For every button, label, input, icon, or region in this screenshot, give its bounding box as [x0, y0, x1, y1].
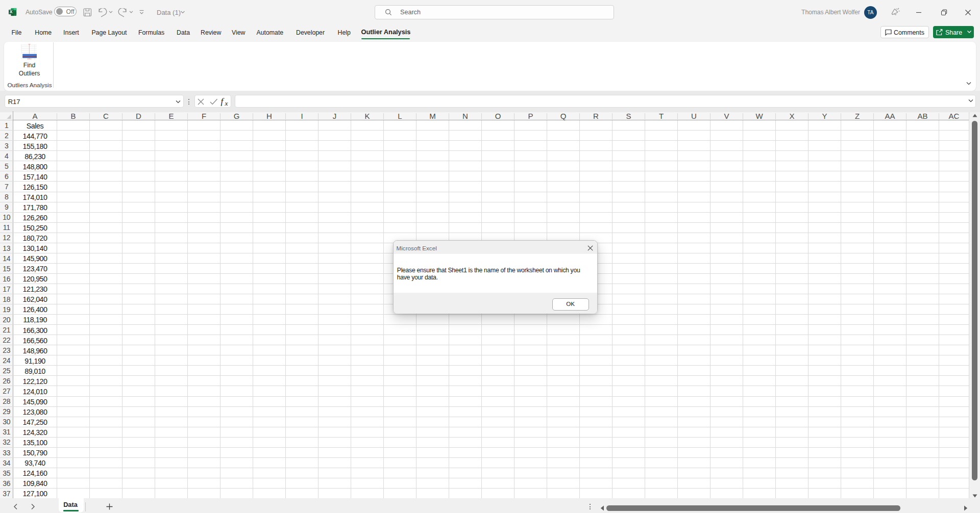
svg-text:X: X [10, 9, 13, 14]
svg-text:x: x [225, 99, 228, 107]
svg-text:f: f [221, 96, 225, 106]
